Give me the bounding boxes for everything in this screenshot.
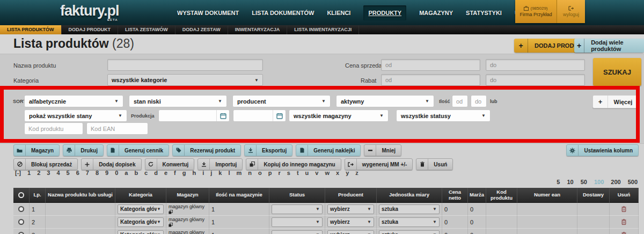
show-all-states-select[interactable]: pokaż wszystkie stany▼ bbox=[24, 109, 127, 122]
deliveries-cell[interactable] bbox=[577, 203, 610, 216]
table-header-cell[interactable]: Kod produktu bbox=[486, 188, 517, 203]
alphabet-link[interactable]: 3 bbox=[43, 170, 53, 176]
page-size-option[interactable]: 500 bbox=[628, 179, 638, 185]
alphabet-link[interactable]: i bbox=[199, 170, 207, 176]
product-name-cell[interactable] bbox=[46, 203, 115, 216]
copy-to-warehouse-button[interactable]: Kopiuj do innego magazynu bbox=[246, 158, 341, 170]
alphabet-link[interactable]: z bbox=[352, 170, 362, 176]
alphabet-link[interactable]: y bbox=[342, 170, 352, 176]
page-size-option[interactable]: 100 bbox=[594, 179, 604, 185]
alphabet-link[interactable]: [-] bbox=[12, 170, 24, 176]
unit-row-select[interactable]: sztuka▼ bbox=[379, 204, 440, 214]
deliveries-cell[interactable] bbox=[577, 216, 610, 229]
subnav-tab[interactable]: INWENTARYZACJA bbox=[228, 25, 288, 34]
alphabet-link[interactable]: o bbox=[255, 170, 265, 176]
alphabet-link[interactable]: h bbox=[189, 170, 200, 176]
alphabet-link[interactable]: e bbox=[161, 170, 171, 176]
alphabet-link[interactable]: c bbox=[141, 170, 151, 176]
table-header-cell[interactable]: Lp. bbox=[30, 188, 46, 203]
product-name-cell[interactable] bbox=[46, 229, 115, 234]
product-code-cell[interactable] bbox=[486, 203, 517, 216]
alphabet-link[interactable]: 9 bbox=[102, 170, 112, 176]
net-price-cell[interactable]: 0 bbox=[442, 229, 468, 234]
discount-to-input[interactable] bbox=[486, 74, 585, 86]
table-header-cell[interactable]: Numer ean bbox=[517, 188, 577, 203]
alphabet-link[interactable]: 7 bbox=[83, 170, 92, 176]
status-row-select[interactable]: ▼ bbox=[272, 204, 323, 214]
warehouses-select[interactable]: wszystkie magazyny▼ bbox=[289, 109, 389, 122]
page-size-option[interactable]: 5 bbox=[557, 179, 560, 185]
alphabet-link[interactable]: f bbox=[171, 170, 179, 176]
alphabet-link[interactable]: x bbox=[333, 170, 342, 176]
active-state-select[interactable]: aktywny▼ bbox=[336, 95, 434, 107]
alphabet-link[interactable]: b bbox=[131, 170, 141, 176]
alphabet-link[interactable]: 4 bbox=[53, 170, 63, 176]
category-row-select[interactable]: Kategoria główna▼ bbox=[118, 204, 164, 214]
unit-row-select[interactable]: sztuka▼ bbox=[379, 230, 440, 234]
warehouse-button[interactable]: Magazyn bbox=[13, 144, 60, 156]
subnav-tab[interactable]: DODAJ PRODUKT bbox=[62, 25, 119, 34]
table-header-cell[interactable]: Nazwa produktu lub usługi bbox=[46, 188, 115, 203]
alphabet-link[interactable]: n bbox=[245, 170, 255, 176]
alphabet-link[interactable]: m bbox=[233, 170, 245, 176]
page-size-option[interactable]: 50 bbox=[581, 179, 587, 185]
main-menu-item[interactable]: WYSTAW DOKUMENT bbox=[177, 10, 239, 16]
margin-cell[interactable]: 0 bbox=[468, 203, 486, 216]
import-button[interactable]: Importuj bbox=[197, 158, 243, 170]
quantity-to-input[interactable] bbox=[471, 95, 487, 107]
product-name-input[interactable] bbox=[107, 59, 263, 71]
status-row-select[interactable]: ▼ bbox=[272, 230, 323, 234]
product-name-cell[interactable] bbox=[46, 216, 115, 229]
table-header-cell[interactable]: Status bbox=[269, 188, 325, 203]
select-all-radio[interactable] bbox=[18, 192, 24, 198]
alphabet-link[interactable]: 2 bbox=[34, 170, 43, 176]
production-date-to-input[interactable] bbox=[233, 109, 286, 122]
sort-by-select[interactable]: alfabetycznie▼ bbox=[24, 95, 123, 107]
alphabet-link[interactable]: 0 bbox=[112, 170, 121, 176]
producer-row-select[interactable]: wybierz▼ bbox=[327, 217, 374, 227]
subnav-tab[interactable]: DODAJ ZESTAW bbox=[175, 25, 228, 34]
alphabet-link[interactable]: 5 bbox=[63, 170, 73, 176]
table-header-cell[interactable]: Magazyn bbox=[166, 188, 209, 203]
category-row-select[interactable]: Kategoria główna▼ bbox=[118, 230, 164, 234]
alphabet-link[interactable]: j bbox=[207, 170, 215, 176]
main-menu-item[interactable]: PRODUKTY bbox=[363, 5, 406, 20]
logo[interactable]: faktury.plBETA bbox=[60, 3, 119, 19]
trash-icon[interactable] bbox=[621, 219, 626, 225]
row-radio[interactable] bbox=[18, 232, 24, 234]
stock-level-select[interactable]: stan niski▼ bbox=[129, 95, 227, 107]
table-header-cell[interactable]: Usuń bbox=[610, 188, 639, 203]
column-settings-button[interactable]: Ustawienia kolumn bbox=[566, 144, 639, 156]
alphabet-link[interactable]: w bbox=[321, 170, 333, 176]
status-row-select[interactable]: ▼ bbox=[272, 217, 323, 227]
generate-pricelist-button[interactable]: Generuj cennik bbox=[107, 144, 169, 156]
search-button[interactable]: SZUKAJ bbox=[593, 58, 641, 86]
main-menu-item[interactable]: MAGAZYNY bbox=[419, 10, 453, 16]
subnav-tab[interactable]: LISTA ZESTAWÓW bbox=[118, 25, 175, 34]
more-filters-button[interactable]: + Więcej bbox=[592, 95, 639, 108]
account-company-button[interactable]: (985029) Firma Przykład bbox=[515, 0, 557, 23]
ean-number-cell[interactable] bbox=[517, 229, 577, 234]
product-code-cell[interactable] bbox=[486, 216, 517, 229]
row-radio[interactable] bbox=[18, 219, 24, 225]
page-size-option[interactable]: 200 bbox=[611, 179, 620, 185]
alphabet-link[interactable]: 1 bbox=[24, 170, 34, 176]
alphabet-link[interactable]: 6 bbox=[73, 170, 83, 176]
statuses-select[interactable]: wszystkie statusy▼ bbox=[396, 109, 491, 122]
deliveries-cell[interactable] bbox=[577, 229, 610, 234]
block-sale-button[interactable]: Blokuj sprzedaż bbox=[13, 158, 78, 170]
alphabet-link[interactable]: p bbox=[265, 170, 275, 176]
table-header-cell[interactable]: Jednostka miary bbox=[377, 188, 442, 203]
ean-code-input[interactable] bbox=[86, 122, 148, 135]
convert-button[interactable]: Konwertuj bbox=[145, 158, 195, 170]
alphabet-link[interactable]: s bbox=[284, 170, 294, 176]
generate-mm-button[interactable]: wygeneruj MM +/- bbox=[345, 158, 413, 170]
product-code-input[interactable] bbox=[24, 122, 83, 135]
ean-number-cell[interactable] bbox=[517, 216, 577, 229]
alphabet-link[interactable]: a bbox=[121, 170, 131, 176]
category-row-select[interactable]: Kategoria główna▼ bbox=[118, 217, 164, 227]
net-price-cell[interactable]: 0 bbox=[442, 216, 468, 229]
trash-icon[interactable] bbox=[621, 206, 626, 212]
alphabet-link[interactable]: 8 bbox=[92, 170, 102, 176]
subnav-tab[interactable]: LISTA PRODUKTÓW bbox=[0, 25, 62, 34]
